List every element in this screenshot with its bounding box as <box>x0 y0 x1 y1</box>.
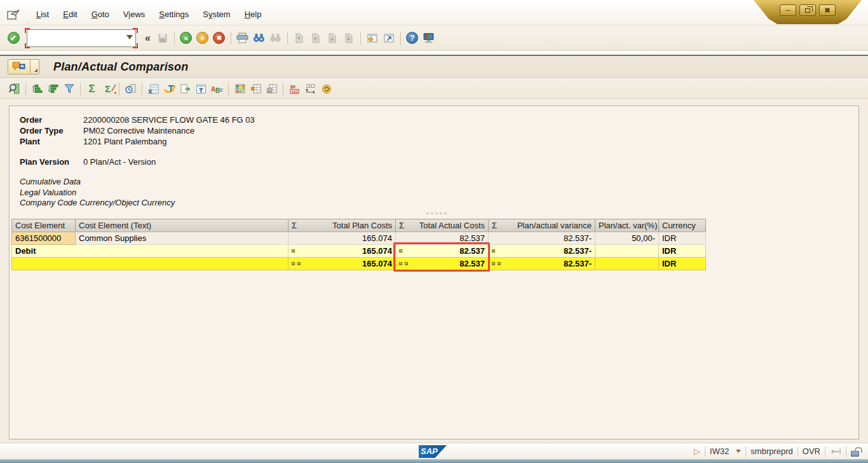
header-plan-actual-variance[interactable]: Σ Plan/actual variance <box>489 219 595 232</box>
help-icon[interactable]: ? <box>404 30 421 46</box>
column-configuration-icon[interactable] <box>302 81 318 97</box>
header-plan-act-var-pct[interactable]: Plan/act. var(%) <box>595 219 659 232</box>
drilldown-marker-icon[interactable] <box>297 262 301 265</box>
cell-currency[interactable]: IDR <box>659 232 706 244</box>
abc-analysis-icon[interactable]: A B c <box>209 81 225 97</box>
cell-plan-act-var-pct[interactable]: 50,00- <box>595 232 659 244</box>
cell-debit-var-pct[interactable] <box>595 244 659 257</box>
collapse-toolbar-icon[interactable]: « <box>141 32 154 44</box>
cell-total-label[interactable] <box>12 257 288 270</box>
first-page-icon[interactable] <box>291 30 308 46</box>
cell-debit-label[interactable]: Debit <box>12 244 288 257</box>
word-processing-icon[interactable] <box>161 81 177 97</box>
performance-toggle-icon[interactable]: ▷ <box>694 446 700 456</box>
cell-total-actual-costs[interactable]: 82.537 <box>396 232 489 244</box>
menu-help[interactable]: Help <box>238 8 269 21</box>
transaction-code[interactable]: IW32 <box>710 446 729 456</box>
command-input[interactable] <box>27 29 136 47</box>
currency-icon[interactable]: $¥ 100 <box>287 81 302 97</box>
close-button[interactable]: ✖ <box>819 4 836 16</box>
menu-goto[interactable]: Goto <box>85 8 116 21</box>
restore-button[interactable] <box>799 4 816 16</box>
find-next-icon[interactable] <box>268 30 284 46</box>
save-icon[interactable] <box>154 30 171 46</box>
create-shortcut-icon[interactable] <box>381 30 397 46</box>
splitter-handle[interactable] <box>426 212 858 215</box>
cell-total-var-pct[interactable] <box>595 257 659 270</box>
customize-local-layout-icon[interactable] <box>421 30 437 46</box>
drilldown-marker-icon[interactable] <box>399 262 402 265</box>
command-field-wrapper <box>27 29 136 47</box>
order-label: Order <box>20 114 83 125</box>
save-layout-icon[interactable] <box>264 81 280 97</box>
plant-value: 1201 Plant Palembang <box>83 136 167 147</box>
new-session-icon[interactable] <box>364 30 381 46</box>
choose-layout-icon[interactable] <box>232 81 248 97</box>
change-layout-icon[interactable] <box>248 81 264 97</box>
drilldown-marker-icon[interactable] <box>492 249 495 252</box>
sort-descending-icon[interactable] <box>45 81 61 97</box>
services-for-object-button[interactable] <box>8 59 31 74</box>
cell-total-currency[interactable]: IDR <box>659 257 706 270</box>
cell-total-variance[interactable]: 82.537- <box>489 257 595 270</box>
back-icon[interactable]: « <box>178 30 194 46</box>
system-id: smbrpreprd <box>750 446 792 456</box>
menu-system[interactable]: System <box>196 8 237 21</box>
menu-settings[interactable]: Settings <box>152 8 196 21</box>
up-icon[interactable]: « <box>194 30 211 46</box>
cost-table-zone: Cost Element Cost Element (Text) Σ Total… <box>11 219 707 270</box>
header-total-plan-costs[interactable]: Σ Total Plan Costs <box>288 219 396 232</box>
sort-ascending-icon[interactable] <box>29 81 45 97</box>
page-title: Plan/Actual Comparison <box>53 60 188 74</box>
subtotal-icon[interactable]: Σ <box>100 81 116 97</box>
drilldown-marker-icon[interactable] <box>292 249 295 252</box>
enter-icon[interactable]: ✔ <box>5 30 22 46</box>
drilldown-marker-icon[interactable] <box>405 262 408 265</box>
choose-detail-icon[interactable] <box>6 81 22 97</box>
header-total-actual-costs[interactable]: Σ Total Actual Costs <box>396 219 489 232</box>
unlocked-icon[interactable] <box>851 451 859 457</box>
sum-icon[interactable]: Σ <box>84 81 100 97</box>
header-currency[interactable]: Currency <box>659 219 706 232</box>
next-page-icon[interactable] <box>324 30 341 46</box>
cell-total-plan[interactable]: 165.074 <box>288 257 396 270</box>
filter-icon[interactable] <box>61 81 77 97</box>
cell-plan-actual-variance[interactable]: 82.537- <box>489 232 595 244</box>
table-row-total: 165.074 82.537 82.537- IDR <box>12 257 706 270</box>
cell-cost-element-text[interactable]: Common Supplies <box>76 232 288 244</box>
header-cost-element-text[interactable]: Cost Element (Text) <box>76 219 288 232</box>
cell-debit-variance[interactable]: 82.537- <box>489 244 595 257</box>
refresh-icon[interactable] <box>318 81 334 97</box>
drilldown-marker-icon[interactable] <box>498 262 501 265</box>
menu-list[interactable]: List <box>29 8 56 21</box>
previous-page-icon[interactable] <box>308 30 324 46</box>
plan-version-value: 0 Plan/Act - Version <box>83 156 156 167</box>
command-dropdown-icon[interactable] <box>126 35 133 39</box>
local-file-icon[interactable] <box>193 81 209 97</box>
print-icon[interactable] <box>234 30 251 46</box>
services-for-object-dropdown[interactable] <box>31 59 39 74</box>
cell-debit-plan[interactable]: 165.074 <box>288 244 396 257</box>
drilldown-marker-icon[interactable] <box>292 262 295 265</box>
cell-debit-currency[interactable]: IDR <box>659 244 706 257</box>
insert-mode[interactable]: OVR <box>803 446 820 456</box>
export-icon[interactable] <box>177 81 193 97</box>
cell-debit-actual[interactable]: 82.537 <box>396 244 489 257</box>
cell-total-actual[interactable]: 82.537 <box>396 257 489 270</box>
system-menu-icon[interactable] <box>6 9 20 20</box>
cell-cost-element[interactable]: 6361500000 <box>12 232 76 244</box>
cancel-icon[interactable]: ✖ <box>211 30 227 46</box>
header-cost-element[interactable]: Cost Element <box>12 219 76 232</box>
status-dropdown-icon[interactable] <box>736 450 741 453</box>
display-times-icon[interactable] <box>123 81 139 97</box>
find-icon[interactable] <box>251 30 268 46</box>
menu-views[interactable]: Views <box>116 8 152 21</box>
minimize-button[interactable]: ─ <box>780 4 796 16</box>
menu-edit[interactable]: Edit <box>56 8 84 21</box>
cell-total-plan-costs[interactable]: 165.074 <box>288 232 396 244</box>
spreadsheet-icon[interactable] <box>146 81 161 97</box>
scripting-status-icon[interactable] <box>830 447 841 455</box>
last-page-icon[interactable] <box>341 30 357 46</box>
drilldown-marker-icon[interactable] <box>399 249 402 252</box>
drilldown-marker-icon[interactable] <box>492 262 495 265</box>
